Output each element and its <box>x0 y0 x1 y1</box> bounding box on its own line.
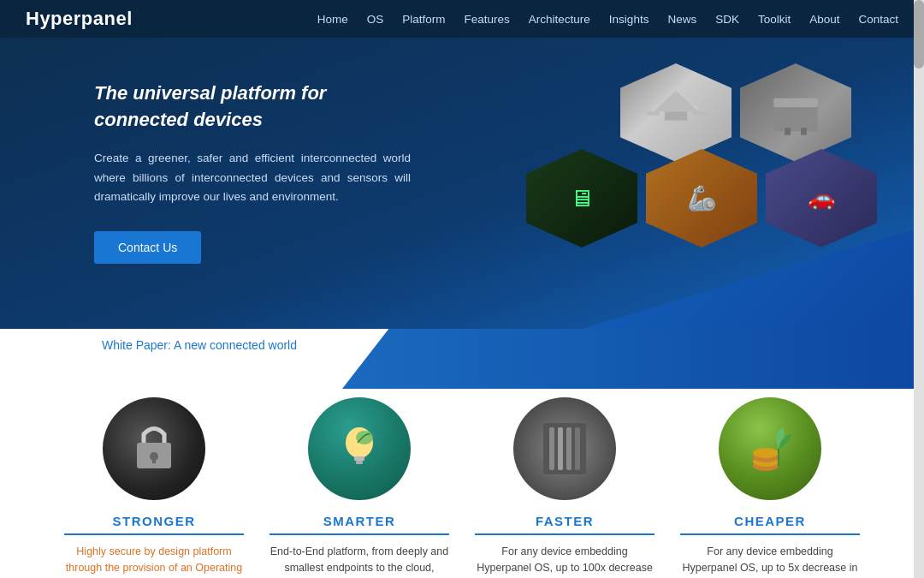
svg-rect-19 <box>566 427 572 470</box>
hero-description: Create a greener, safer and efficient in… <box>94 149 411 208</box>
lock-icon <box>128 419 180 479</box>
svg-rect-17 <box>549 427 554 470</box>
smarter-icon <box>308 397 411 500</box>
nav-news[interactable]: News <box>667 13 696 26</box>
stronger-icon <box>103 397 205 500</box>
hero-content: The universal platform for connected dev… <box>0 38 445 298</box>
svg-rect-4 <box>692 111 706 115</box>
feature-smarter: SMARTER End-to-End platform, from deeply… <box>270 397 449 578</box>
navbar: Hyperpanel Home OS Platform Features Arc… <box>0 0 924 38</box>
svg-rect-5 <box>773 105 817 131</box>
faster-desc: For any device embedding Hyperpanel OS, … <box>475 544 654 578</box>
nav-contact[interactable]: Contact <box>858 13 898 26</box>
svg-rect-14 <box>356 461 363 464</box>
white-paper-tab: White Paper: A new connected world <box>90 329 355 365</box>
nav-insights[interactable]: Insights <box>609 13 649 26</box>
svg-rect-8 <box>801 128 807 135</box>
nav-architecture[interactable]: Architecture <box>529 13 590 26</box>
faster-icon <box>513 397 616 500</box>
svg-rect-7 <box>785 128 791 135</box>
speed-tunnel-icon <box>539 419 590 479</box>
svg-rect-11 <box>152 456 156 463</box>
smarter-desc: End-to-End platform, from deeply and sma… <box>270 544 449 576</box>
hero-section: The universal platform for connected dev… <box>0 38 924 329</box>
transition-section: White Paper: A new connected world <box>0 329 924 389</box>
nav-sdk[interactable]: SDK <box>715 13 739 26</box>
nav-links: Home OS Platform Features Architecture I… <box>317 11 898 27</box>
svg-rect-20 <box>575 427 580 470</box>
nav-os[interactable]: OS <box>367 13 384 26</box>
scrollbar[interactable] <box>914 0 924 578</box>
svg-marker-1 <box>654 90 699 111</box>
svg-rect-6 <box>773 98 817 106</box>
faster-title: FASTER <box>475 514 654 535</box>
nav-about[interactable]: About <box>809 13 839 26</box>
svg-point-24 <box>753 448 779 458</box>
nav-features[interactable]: Features <box>465 13 510 26</box>
stronger-title: STRONGER <box>64 514 244 535</box>
white-paper-link[interactable]: White Paper: A new connected world <box>102 338 297 352</box>
svg-rect-2 <box>665 111 687 121</box>
hex-grid: 🖥 🦾 🚗 <box>513 63 873 329</box>
cheaper-title: CHEAPER <box>680 514 860 535</box>
feature-stronger: STRONGER Highly secure by design platfor… <box>64 397 244 578</box>
stronger-desc: Highly secure by design platform through… <box>64 544 244 576</box>
contact-button[interactable]: Contact Us <box>94 231 201 264</box>
nav-toolkit[interactable]: Toolkit <box>758 13 791 26</box>
cheaper-icon <box>719 397 821 500</box>
nav-platform[interactable]: Platform <box>402 13 445 26</box>
coins-plant-icon <box>744 419 796 479</box>
hex-cockpit: 🖥 <box>526 149 637 247</box>
svg-rect-18 <box>558 427 563 470</box>
feature-faster: FASTER For any device embedding Hyperpan… <box>475 397 654 578</box>
hex-connected-car: 🚗 <box>766 149 877 247</box>
feature-cheaper: CHEAPER For any device embedding Hyperpa… <box>680 397 860 578</box>
lightbulb-leaf-icon <box>334 419 385 479</box>
blue-transition-band <box>342 329 924 389</box>
cheaper-desc: For any device embedding Hyperpanel OS, … <box>680 544 860 578</box>
logo[interactable]: Hyperpanel <box>26 8 133 30</box>
nav-home[interactable]: Home <box>317 13 348 26</box>
svg-rect-3 <box>646 111 660 115</box>
hex-robot-arm: 🦾 <box>646 149 757 247</box>
hex-airplane <box>620 63 732 162</box>
hex-device-box <box>740 63 851 162</box>
hero-title: The universal platform for connected dev… <box>94 80 411 134</box>
svg-rect-13 <box>354 456 364 461</box>
scrollbar-thumb[interactable] <box>914 0 924 69</box>
smarter-title: SMARTER <box>270 514 449 535</box>
features-section: STRONGER Highly secure by design platfor… <box>0 389 924 578</box>
